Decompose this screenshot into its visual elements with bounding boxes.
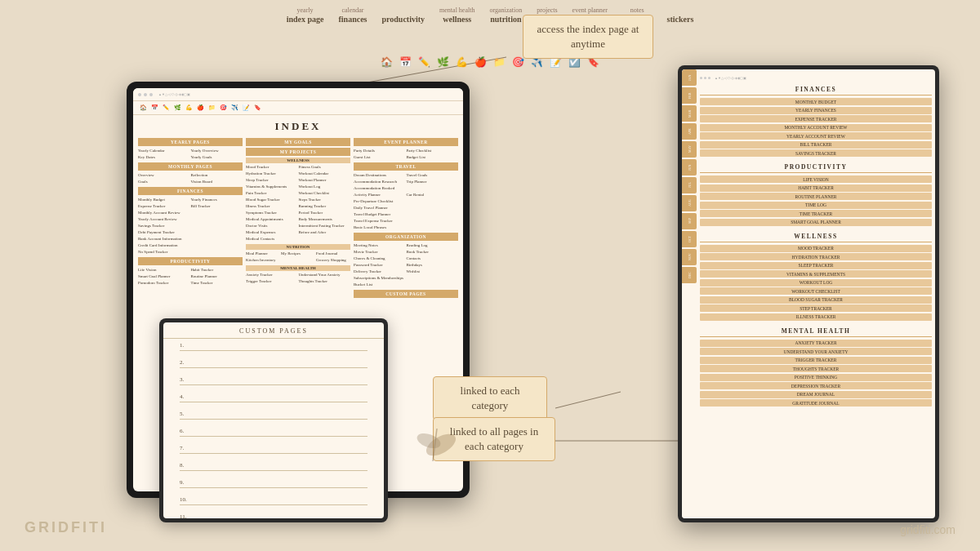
right-finances-yearly-review[interactable]: YEARLY ACCOUNT REVIEW bbox=[700, 132, 932, 140]
nav-finances[interactable]: calendar finances bbox=[338, 7, 367, 24]
top-navigation: yearly index page calendar finances prod… bbox=[163, 7, 817, 24]
custom-pages-tablet: CUSTOM PAGES 1. 2. 3. 4. 5. 6. 7. 8. 9. … bbox=[159, 318, 388, 522]
tab-nov[interactable]: NOV bbox=[682, 249, 697, 265]
target-icon[interactable]: 🎯 bbox=[512, 56, 524, 69]
right-finances-yearly[interactable]: YEARLY FINANCES bbox=[700, 107, 932, 114]
right-mh-thoughts[interactable]: THOUGHTS TRACKER bbox=[700, 365, 932, 372]
right-mh-depression[interactable]: DEPRESSION TRACKER bbox=[700, 382, 932, 389]
custom-pages-lines: 1. 2. 3. 4. 5. 6. 7. 8. 9. 10. 11. 12. bbox=[163, 339, 384, 518]
tablet-apple-icon[interactable]: 🍎 bbox=[197, 104, 204, 111]
right-finances-title: FINANCES bbox=[700, 86, 932, 96]
finances-title[interactable]: FINANCES bbox=[138, 187, 243, 195]
custom-page-line-10: 10. bbox=[180, 496, 368, 505]
right-prod-smart-goal[interactable]: SMART GOAL PLANNER bbox=[700, 219, 932, 226]
yearly-pages-title[interactable]: YEARLY PAGES bbox=[138, 138, 243, 146]
apple-icon[interactable]: 🍎 bbox=[474, 56, 487, 69]
tab-may[interactable]: MAY bbox=[682, 141, 697, 158]
custom-pages-title-main[interactable]: CUSTOM PAGES bbox=[354, 290, 458, 298]
right-wellness-workout-checklist[interactable]: WORKOUT CHECKLIST bbox=[700, 287, 932, 295]
tablet-pencil-icon[interactable]: ✏️ bbox=[163, 104, 170, 111]
right-finances-bill[interactable]: BILL TRACKER bbox=[700, 141, 932, 149]
nav-index[interactable]: yearly index page bbox=[287, 7, 324, 24]
tab-apr[interactable]: APR bbox=[682, 123, 697, 140]
right-mental-health-section: MENTAL HEALTH ANXIETY TRACKER UNDERSTAND… bbox=[700, 327, 932, 407]
right-mh-gratitude[interactable]: GRATITUDE JOURNAL bbox=[700, 399, 932, 407]
right-prod-time-log[interactable]: TIME LOG bbox=[700, 202, 932, 209]
right-wellness-illness[interactable]: ILLNESS TRACKER bbox=[700, 313, 932, 321]
custom-page-line-7: 7. bbox=[180, 445, 368, 454]
tablet-note-icon[interactable]: 📝 bbox=[243, 104, 250, 111]
right-finances-savings[interactable]: SAVINGS TRACKER bbox=[700, 149, 932, 157]
right-mh-trigger[interactable]: TRIGGER TRACKER bbox=[700, 357, 932, 364]
brand-right: gridfiti.com bbox=[900, 523, 956, 536]
tab-jan[interactable]: JAN bbox=[682, 69, 697, 86]
home-icon[interactable]: 🏠 bbox=[381, 56, 393, 69]
custom-page-line-4: 4. bbox=[180, 393, 368, 402]
travel-title[interactable]: TRAVEL bbox=[354, 162, 458, 171]
right-prod-life-vision[interactable]: LIFE VISION bbox=[700, 176, 932, 183]
right-wellness-hydration[interactable]: HYDRATION TRACKER bbox=[700, 253, 932, 260]
right-wellness-workout-log[interactable]: WORKOUT LOG bbox=[700, 279, 932, 287]
right-productivity-section: PRODUCTIVITY LIFE VISION HABIT TRACKER R… bbox=[700, 163, 932, 226]
right-prod-time-tracker[interactable]: TIME TRACKER bbox=[700, 210, 932, 217]
pencil-icon[interactable]: ✏️ bbox=[418, 56, 430, 69]
tablet-leaf-icon[interactable]: 🌿 bbox=[174, 104, 181, 111]
callout-index-access: access the index page at anytime bbox=[523, 15, 653, 59]
event-planner-title[interactable]: EVENT PLANNER bbox=[354, 138, 458, 146]
right-wellness-vitamins[interactable]: VITAMINS & SUPPLEMENTS bbox=[700, 270, 932, 278]
right-wellness-step[interactable]: STEP TRACKER bbox=[700, 304, 932, 312]
custom-page-line-3: 3. bbox=[180, 376, 368, 385]
tab-mar[interactable]: MAR bbox=[682, 105, 697, 122]
index-col-1: YEARLY PAGES Yearly CalendarKey Dates Ye… bbox=[138, 138, 243, 300]
right-finances-monthly-review[interactable]: MONTHLY ACCOUNT REVIEW bbox=[700, 124, 932, 131]
my-goals-title[interactable]: MY GOALS bbox=[246, 138, 350, 146]
right-mh-positive[interactable]: POSITIVE THINKING bbox=[700, 374, 932, 381]
calendar-icon[interactable]: 📅 bbox=[399, 56, 412, 69]
monthly-pages-title[interactable]: MONTHLY PAGES bbox=[138, 162, 243, 171]
month-tabs: JAN FEB MAR APR MAY JUN JUL AUG SEP OCT … bbox=[682, 69, 697, 518]
tablet-folder-icon[interactable]: 📁 bbox=[208, 104, 216, 111]
folder-icon[interactable]: 📁 bbox=[493, 56, 506, 69]
custom-page-line-9: 9. bbox=[180, 479, 368, 488]
right-wellness-section: WELLNESS MOOD TRACKER HYDRATION TRACKER … bbox=[700, 233, 932, 321]
leaf-icon[interactable]: 🌿 bbox=[437, 56, 449, 69]
brand-left: GRIDFITI bbox=[24, 519, 107, 536]
right-mh-dream[interactable]: DREAM JOURNAL bbox=[700, 391, 932, 398]
tab-aug[interactable]: AUG bbox=[682, 195, 697, 211]
tablet-calendar-icon[interactable]: 📅 bbox=[151, 104, 158, 111]
tab-jun[interactable]: JUN bbox=[682, 159, 697, 176]
tablet-target-icon[interactable]: 🎯 bbox=[220, 104, 227, 111]
right-wellness-blood-sugar[interactable]: BLOOD SUGAR TRACKER bbox=[700, 296, 932, 304]
tablet-home-icon[interactable]: 🏠 bbox=[140, 104, 147, 111]
right-wellness-mood[interactable]: MOOD TRACKER bbox=[700, 245, 932, 252]
right-main-content: ▲▼△○◇▽◁▷◈◉▢▣ FINANCES MONTHLY BUDGET YEA… bbox=[697, 69, 935, 518]
right-finances-expense[interactable]: EXPENSE TRACKER bbox=[700, 115, 932, 122]
right-wellness-sleep[interactable]: SLEEP TRACKER bbox=[700, 262, 932, 269]
right-mh-understand[interactable]: UNDERSTAND YOUR ANXIETY bbox=[700, 348, 932, 355]
tab-sep[interactable]: SEP bbox=[682, 213, 697, 229]
nav-stickers[interactable]: stickers bbox=[667, 15, 694, 24]
tab-jul[interactable]: JUL bbox=[682, 177, 697, 193]
right-mental-health-title: MENTAL HEALTH bbox=[700, 327, 932, 337]
tablet-health-icon[interactable]: 💪 bbox=[185, 104, 193, 111]
tablet-bookmark-icon[interactable]: 🔖 bbox=[254, 104, 261, 111]
nav-nutrition[interactable]: organization nutrition bbox=[489, 7, 522, 24]
nav-wellness[interactable]: mental health wellness bbox=[439, 7, 474, 24]
productivity-title[interactable]: PRODUCTIVITY bbox=[138, 257, 243, 265]
dumbbell-icon[interactable]: 💪 bbox=[456, 56, 468, 69]
organization-title[interactable]: ORGANIZATION bbox=[354, 233, 458, 241]
right-finances-monthly-budget[interactable]: MONTHLY BUDGET bbox=[700, 98, 932, 105]
right-dot-1 bbox=[700, 77, 702, 79]
right-mh-anxiety[interactable]: ANXIETY TRACKER bbox=[700, 340, 932, 347]
tab-feb[interactable]: FEB bbox=[682, 87, 697, 104]
tab-dec[interactable]: DEC bbox=[682, 267, 697, 283]
nav-productivity[interactable]: productivity bbox=[381, 15, 425, 24]
right-prod-routine[interactable]: ROUTINE PLANNER bbox=[700, 193, 932, 200]
right-prod-habit[interactable]: HABIT TRACKER bbox=[700, 184, 932, 192]
tablet-plane-icon[interactable]: ✈️ bbox=[231, 104, 238, 111]
custom-page-line-11: 11. bbox=[180, 513, 368, 518]
tablet-topbar: ▲▼△○◇▽◁▷◈◉▢▣ bbox=[133, 88, 463, 101]
tab-oct[interactable]: OCT bbox=[682, 231, 697, 247]
index-grid: YEARLY PAGES Yearly CalendarKey Dates Ye… bbox=[138, 138, 458, 300]
my-projects-title[interactable]: MY PROJECTS bbox=[246, 148, 350, 156]
